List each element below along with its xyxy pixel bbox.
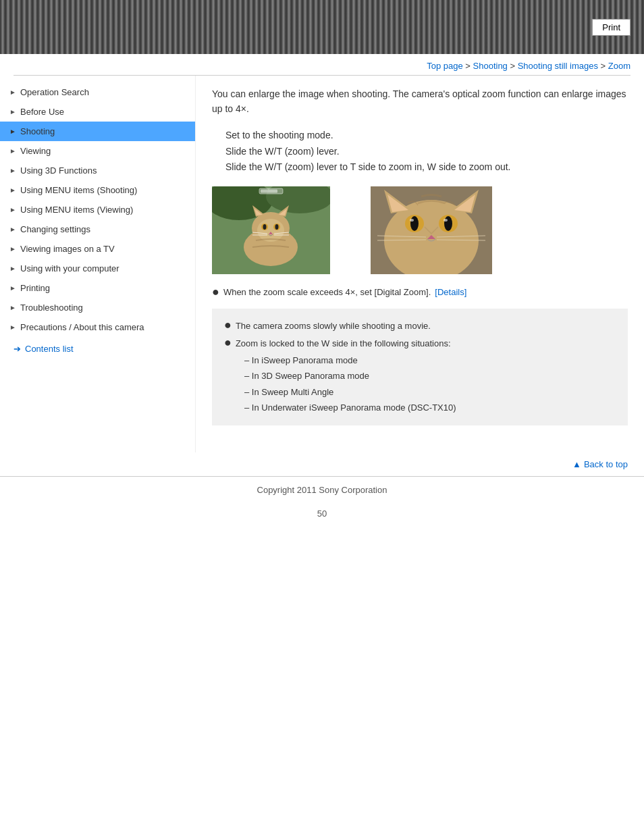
note-bullet-1: ● The camera zooms slowly while shooting… xyxy=(224,318,616,334)
bullet-dot: ● xyxy=(212,286,219,298)
breadcrumb-top-page[interactable]: Top page xyxy=(427,61,463,71)
contents-list-arrow-icon: ➔ xyxy=(14,344,21,354)
page-description: You can enlarge the image when shooting.… xyxy=(212,86,628,117)
step-1: Set to the shooting mode. xyxy=(225,128,628,144)
back-to-top-triangle: ▲ xyxy=(572,459,581,469)
sidebar-item-computer[interactable]: ► Using with your computer xyxy=(0,259,195,278)
sidebar-label-before-use: Before Use xyxy=(20,107,64,117)
content-area: You can enlarge the image when shooting.… xyxy=(196,76,644,452)
arrow-icon: ► xyxy=(9,206,16,213)
breadcrumb-sep2: > xyxy=(510,61,517,71)
steps-list: Set to the shooting mode. Slide the W/T … xyxy=(225,128,628,176)
svg-point-31 xyxy=(410,219,414,221)
sidebar-label-using-3d: Using 3D Functions xyxy=(20,165,97,176)
contents-list-link[interactable]: ➔ Contents list xyxy=(0,337,195,361)
sidebar-label-viewing: Viewing xyxy=(20,146,51,156)
sidebar-label-changing-settings: Changing settings xyxy=(20,224,90,234)
contents-list-label: Contents list xyxy=(25,344,74,354)
note-bullet-2: ● Zoom is locked to the W side in the fo… xyxy=(224,336,616,351)
arrow-icon: ► xyxy=(9,167,16,174)
page-number: 50 xyxy=(0,503,644,524)
dash-item-1: In iSweep Panorama mode xyxy=(244,353,616,368)
arrow-icon: ► xyxy=(9,323,16,331)
sidebar-label-computer: Using with your computer xyxy=(20,263,119,273)
arrow-icon: ► xyxy=(9,284,16,292)
sidebar-label-viewing-tv: Viewing images on a TV xyxy=(20,244,115,254)
images-row xyxy=(212,186,628,276)
cat-image-zoomed xyxy=(371,186,492,276)
sidebar-label-printing: Printing xyxy=(20,283,50,293)
dash-item-2: In 3D Sweep Panorama mode xyxy=(244,368,616,384)
copyright: Copyright 2011 Sony Corporation xyxy=(0,477,644,503)
svg-point-13 xyxy=(275,224,279,230)
back-to-top-link[interactable]: ▲ Back to top xyxy=(572,459,628,469)
back-to-top-label: Back to top xyxy=(584,459,628,469)
svg-point-9 xyxy=(257,219,284,242)
bullet-dot-2: ● xyxy=(224,336,232,350)
dash-item-4: In Underwater iSweep Panorama mode (DSC-… xyxy=(244,400,616,415)
sidebar-item-precautions[interactable]: ► Precautions / About this camera xyxy=(0,317,195,337)
svg-point-30 xyxy=(444,216,452,231)
arrow-icon: ► xyxy=(9,128,16,135)
sidebar-item-viewing[interactable]: ► Viewing xyxy=(0,141,195,161)
sidebar-item-troubleshooting[interactable]: ► Troubleshooting xyxy=(0,298,195,317)
sidebar-label-shooting: Shooting xyxy=(20,126,55,136)
header-bar: Print xyxy=(0,0,644,54)
sidebar-item-changing-settings[interactable]: ► Changing settings xyxy=(0,219,195,239)
arrow-icon: ► xyxy=(9,88,16,96)
dash-item-3: In Sweep Multi Angle xyxy=(244,384,616,400)
breadcrumb-still-images[interactable]: Shooting still images xyxy=(518,61,598,71)
sidebar-item-using-3d[interactable]: ► Using 3D Functions xyxy=(0,161,195,180)
breadcrumb-shooting[interactable]: Shooting xyxy=(473,61,508,71)
footer-nav: ▲ Back to top xyxy=(0,452,644,476)
breadcrumb: Top page > Shooting > Shooting still ima… xyxy=(0,54,644,75)
arrow-icon: ► xyxy=(9,186,16,194)
sidebar: ► Operation Search ► Before Use ► Shooti… xyxy=(0,76,196,452)
details-link[interactable]: [Details] xyxy=(435,287,466,297)
sidebar-item-menu-viewing[interactable]: ► Using MENU items (Viewing) xyxy=(0,200,195,219)
sidebar-item-before-use[interactable]: ► Before Use xyxy=(0,102,195,122)
sidebar-label-precautions: Precautions / About this camera xyxy=(20,322,144,332)
step-2: Slide the W/T (zoom) lever. xyxy=(225,144,628,160)
arrow-icon: ► xyxy=(9,304,16,311)
sidebar-label-troubleshooting: Troubleshooting xyxy=(20,303,83,313)
arrow-icon: ► xyxy=(9,265,16,272)
breadcrumb-zoom[interactable]: Zoom xyxy=(608,61,630,71)
sidebar-item-printing[interactable]: ► Printing xyxy=(0,278,195,298)
svg-point-29 xyxy=(410,216,419,231)
note-bullet-1-text: The camera zooms slowly while shooting a… xyxy=(236,318,431,334)
sidebar-label-menu-viewing: Using MENU items (Viewing) xyxy=(20,205,133,215)
breadcrumb-sep1: > xyxy=(465,61,473,71)
arrow-icon: ► xyxy=(9,108,16,115)
main-layout: ► Operation Search ► Before Use ► Shooti… xyxy=(0,76,644,452)
arrow-icon: ► xyxy=(9,226,16,233)
svg-point-12 xyxy=(263,224,267,230)
sidebar-item-viewing-tv[interactable]: ► Viewing images on a TV xyxy=(0,239,195,259)
sidebar-item-shooting[interactable]: ► Shooting xyxy=(0,122,195,141)
print-button[interactable]: Print xyxy=(592,19,630,36)
svg-point-32 xyxy=(444,219,448,221)
arrow-icon: ► xyxy=(9,245,16,253)
bullet-dot-1: ● xyxy=(224,318,232,333)
breadcrumb-sep3: > xyxy=(601,61,608,71)
sidebar-label-menu-shooting: Using MENU items (Shooting) xyxy=(20,185,137,195)
arrow-icon: ► xyxy=(9,147,16,155)
step-3: Slide the W/T (zoom) lever to T side to … xyxy=(225,159,628,176)
digital-zoom-text: When the zoom scale exceeds 4×, set [Dig… xyxy=(223,287,431,297)
sidebar-item-operation-search[interactable]: ► Operation Search xyxy=(0,82,195,102)
sidebar-label-operation-search: Operation Search xyxy=(20,87,89,97)
note-bullet-2-text: Zoom is locked to the W side in the foll… xyxy=(236,336,451,351)
note-box: ● The camera zooms slowly while shooting… xyxy=(212,309,628,425)
sidebar-item-menu-shooting[interactable]: ► Using MENU items (Shooting) xyxy=(0,180,195,200)
digital-zoom-note: ● When the zoom scale exceeds 4×, set [D… xyxy=(212,287,628,298)
cat-image-wide xyxy=(212,186,330,276)
svg-rect-20 xyxy=(261,190,277,193)
